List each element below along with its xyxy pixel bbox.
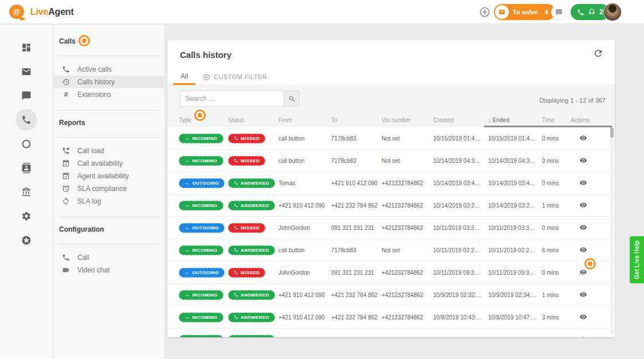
cell-created: 10/8/2019 10:38:… — [433, 337, 488, 338]
cell-status: MISSED — [228, 134, 278, 143]
sidebar-item-call-availability[interactable]: Call availability — [54, 157, 164, 170]
table-row[interactable]: →INCOMINGANSWERED+421 910 412 090+421 23… — [167, 329, 615, 337]
table-row[interactable]: ←OUTGOINGANSWEREDTomas+421 910 412 090+4… — [167, 172, 615, 194]
table-row[interactable]: →INCOMINGMISSEDcall button7178cb83Not se… — [167, 127, 615, 150]
refresh-button[interactable] — [593, 48, 603, 58]
rail-item-automation[interactable] — [15, 132, 38, 155]
menu-section-calls: CallsActive callsCalls history#Extension… — [54, 33, 164, 108]
scrollbar-thumb[interactable] — [610, 127, 614, 138]
view-call-eye-icon[interactable] — [579, 179, 588, 186]
cell-time: 6 mins — [542, 247, 571, 253]
rail-item-tickets[interactable] — [15, 60, 38, 83]
tab-all[interactable]: All — [173, 69, 195, 85]
column-header-created[interactable]: Created — [433, 117, 488, 123]
sidebar-item-call-load[interactable]: Call load — [54, 145, 164, 157]
column-header-via[interactable]: Via number — [382, 117, 433, 123]
user-avatar[interactable] — [604, 3, 621, 21]
view-call-eye-icon[interactable] — [579, 313, 588, 321]
rail-item-contacts[interactable] — [15, 157, 38, 180]
search-box — [180, 91, 300, 107]
search-button[interactable] — [284, 91, 300, 107]
column-header-type[interactable]: Type — [179, 117, 228, 123]
column-header-from[interactable]: From — [278, 117, 331, 123]
cell-to: 7178cb83 — [331, 158, 382, 164]
view-call-eye-icon[interactable] — [579, 157, 588, 164]
phone-icon — [21, 115, 32, 125]
rail-item-settings[interactable] — [15, 205, 38, 228]
view-call-eye-icon[interactable] — [579, 224, 588, 231]
cell-from: JohnGordon — [278, 225, 331, 231]
column-header-time[interactable]: Time — [542, 117, 571, 123]
rail-item-chats[interactable] — [15, 84, 38, 107]
icon-rail — [0, 25, 53, 359]
view-call-eye-icon[interactable] — [579, 291, 588, 298]
to-solve-count: 4 — [545, 9, 548, 15]
status-badge: MISSED — [228, 156, 265, 166]
sidebar-item-video-chat[interactable]: Video chat — [54, 264, 164, 276]
tutorial-marker-row-actions — [586, 260, 594, 268]
search-input[interactable] — [180, 91, 284, 107]
column-header-actions[interactable]: Actions — [571, 117, 615, 123]
view-call-eye-icon[interactable] — [579, 268, 588, 276]
sidebar-item-sla-compliance[interactable]: SLA compliance — [54, 182, 164, 195]
sidebar-item-active-calls[interactable]: Active calls — [54, 63, 164, 76]
gear-icon — [21, 211, 32, 221]
plus-circle-icon — [203, 73, 210, 81]
table-row[interactable]: →INCOMINGANSWERED+421 910 412 090+421 23… — [167, 306, 615, 329]
cell-created: 10/14/2019 03:2… — [433, 202, 488, 209]
table-row[interactable]: ←OUTGOINGMISSEDJohnGordon091 321 231 231… — [167, 217, 615, 239]
view-call-eye-icon[interactable] — [579, 201, 588, 209]
cell-status: ANSWERED — [228, 335, 278, 338]
cell-to: 7178cb83 — [331, 247, 382, 253]
rail-item-calls[interactable] — [15, 109, 37, 131]
type-badge: →INCOMING — [179, 313, 223, 322]
phone-icon — [62, 253, 70, 262]
view-call-eye-icon[interactable] — [579, 246, 588, 253]
sidebar-item-label: Extensions — [77, 91, 111, 99]
create-new-button[interactable] — [479, 6, 490, 18]
type-badge: →INCOMING — [179, 156, 223, 166]
cell-type: ←OUTGOING — [179, 178, 228, 188]
table-row[interactable]: →INCOMINGANSWERED+421 910 412 090+421 23… — [167, 284, 615, 306]
phone-icon — [234, 315, 238, 319]
sidebar-item-call[interactable]: Call — [54, 251, 164, 264]
column-header-to[interactable]: To — [331, 117, 382, 123]
cell-actions — [571, 291, 615, 299]
view-call-eye-icon[interactable] — [579, 335, 588, 338]
cell-from: call button — [278, 247, 331, 253]
sidebar-item-calls-history[interactable]: Calls history — [54, 76, 164, 88]
cell-to: 7178cb83 — [331, 135, 382, 142]
chats-button[interactable] — [551, 5, 566, 19]
table-row[interactable]: ←OUTGOINGMISSEDJohnGordon091 321 231 231… — [167, 262, 615, 284]
rail-item-dashboard[interactable] — [15, 36, 38, 59]
rail-item-portal[interactable] — [15, 181, 38, 204]
cell-ended: 10/14/2019 03:2… — [488, 202, 542, 209]
table-row[interactable]: →INCOMINGANSWEREDcall button7178cb83Not … — [167, 239, 615, 262]
sidebar-item-extensions[interactable]: #Extensions — [54, 88, 164, 101]
sidebar-item-sla-log[interactable]: SLA log — [54, 195, 164, 208]
column-header-ended[interactable]: ↓ Ended — [488, 117, 542, 123]
cell-status: ANSWERED — [228, 313, 278, 322]
phone-icon — [577, 9, 584, 16]
to-solve-button[interactable]: To solve 4 — [494, 4, 555, 20]
contact-card-icon — [21, 163, 32, 173]
sidebar-item-agent-availability[interactable]: Agent availability — [54, 170, 164, 182]
table-scrollbar[interactable] — [610, 127, 614, 335]
get-live-help-label: Get Live Help — [634, 240, 640, 279]
table-row[interactable]: →INCOMINGMISSEDcall button7178cb83Not se… — [167, 150, 615, 172]
tutorial-marker-type-column — [196, 111, 204, 119]
liveagent-logo[interactable]: @ LiveAgent — [9, 5, 74, 19]
filter-zone: Displaying 1 - 12 of 367 Type Status Fro… — [167, 85, 615, 127]
rail-item-premium[interactable] — [15, 229, 38, 252]
arrow-right-icon: → — [184, 203, 190, 208]
cell-created: 10/14/2019 04:3… — [433, 158, 488, 164]
table-row[interactable]: →INCOMINGANSWERED+421 910 412 090+421 23… — [167, 194, 615, 217]
cell-actions — [571, 268, 615, 277]
filter-tabs: All CUSTOM FILTER — [173, 69, 274, 85]
top-bar: @ LiveAgent To solve 4 2 — [0, 0, 644, 24]
sidebar-item-label: Video chat — [77, 266, 110, 274]
tab-custom-filter[interactable]: CUSTOM FILTER — [195, 69, 274, 85]
view-call-eye-icon[interactable] — [579, 134, 588, 142]
column-header-status[interactable]: Status — [228, 117, 278, 123]
get-live-help-tab[interactable]: Get Live Help — [630, 236, 644, 283]
